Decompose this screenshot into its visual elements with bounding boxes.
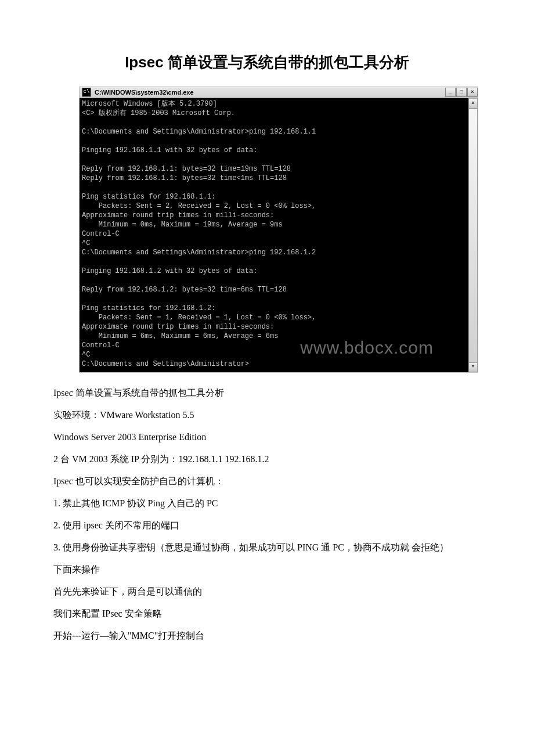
window-title-text: C:\WINDOWS\system32\cmd.exe bbox=[93, 89, 445, 96]
paragraph: 实验环境：VMware Workstation 5.5 bbox=[35, 409, 499, 422]
window-titlebar[interactable]: c\ C:\WINDOWS\system32\cmd.exe _ □ × bbox=[80, 87, 478, 98]
paragraph: Ipsec 简单设置与系统自带的抓包工具分析 bbox=[35, 387, 499, 399]
document-page: Ipsec 简单设置与系统自带的抓包工具分析 c\ C:\WINDOWS\sys… bbox=[0, 0, 534, 675]
paragraph: 2 台 VM 2003 系统 IP 分别为：192.168.1.1 192.16… bbox=[35, 453, 499, 466]
paragraph: Windows Server 2003 Enterprise Edition bbox=[35, 431, 499, 444]
terminal-body: Microsoft Windows [版本 5.2.3790] <C> 版权所有… bbox=[80, 98, 478, 372]
scroll-down-button[interactable]: ▼ bbox=[468, 362, 478, 372]
paragraph: 2. 使用 ipsec 关闭不常用的端口 bbox=[35, 519, 499, 532]
minimize-button[interactable]: _ bbox=[445, 88, 456, 97]
paragraph: Ipsec 也可以实现安全防护自己的计算机： bbox=[35, 475, 499, 488]
paragraph: 首先先来验证下，两台是可以通信的 bbox=[35, 585, 499, 598]
scrollbar-track[interactable] bbox=[468, 109, 478, 362]
terminal-output[interactable]: Microsoft Windows [版本 5.2.3790] <C> 版权所有… bbox=[80, 98, 468, 372]
close-button[interactable]: × bbox=[467, 88, 478, 97]
terminal-text: Microsoft Windows [版本 5.2.3790] <C> 版权所有… bbox=[82, 100, 316, 368]
scrollbar-thumb[interactable] bbox=[468, 109, 478, 363]
paragraph: 开始---运行—输入"MMC"打开控制台 bbox=[35, 629, 499, 642]
paragraph: 1. 禁止其他 ICMP 协议 Ping 入自己的 PC bbox=[35, 497, 499, 510]
paragraph: 下面来操作 bbox=[35, 563, 499, 576]
vertical-scrollbar[interactable]: ▲ ▼ bbox=[468, 98, 478, 372]
cmd-icon: c\ bbox=[82, 88, 91, 97]
watermark-text: www.bdocx.com bbox=[300, 343, 434, 352]
maximize-button[interactable]: □ bbox=[456, 88, 467, 97]
document-title: Ipsec 简单设置与系统自带的抓包工具分析 bbox=[35, 52, 499, 73]
paragraph: 3. 使用身份验证共享密钥（意思是通过协商，如果成功可以 PING 通 PC，协… bbox=[35, 541, 499, 554]
paragraph: 我们来配置 IPsec 安全策略 bbox=[35, 607, 499, 620]
cmd-window: c\ C:\WINDOWS\system32\cmd.exe _ □ × Mic… bbox=[79, 87, 478, 373]
document-body: Ipsec 简单设置与系统自带的抓包工具分析 实验环境：VMware Works… bbox=[35, 387, 499, 642]
scroll-up-button[interactable]: ▲ bbox=[468, 98, 478, 109]
window-control-buttons: _ □ × bbox=[445, 88, 478, 97]
